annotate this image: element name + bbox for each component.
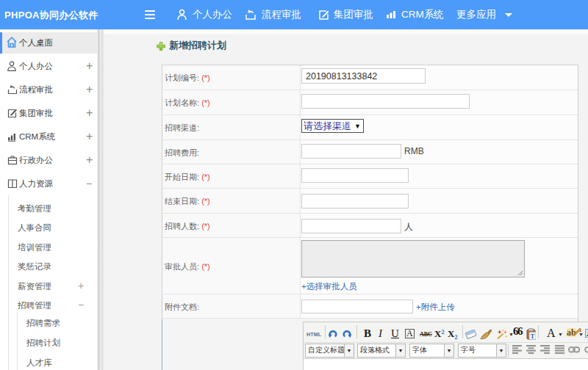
svg-text:T: T xyxy=(531,333,535,340)
